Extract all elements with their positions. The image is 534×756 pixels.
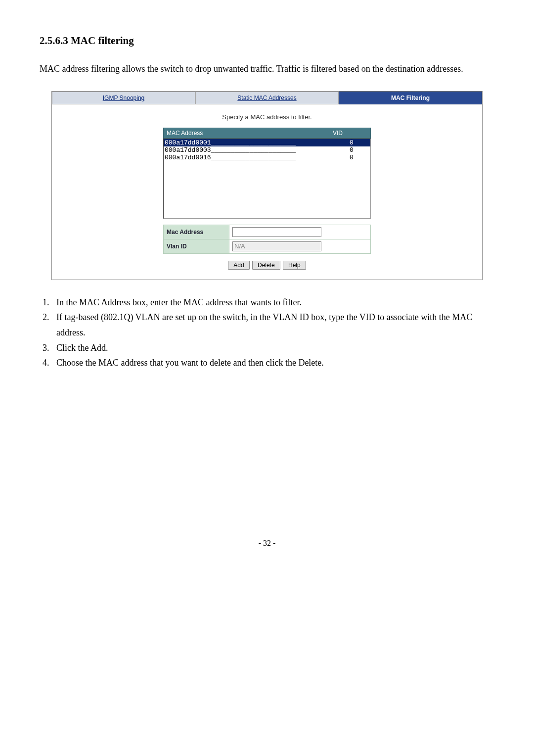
add-button[interactable]: Add — [228, 261, 249, 270]
vlan-id-input[interactable] — [232, 241, 321, 251]
panel-body: Specify a MAC address to filter. MAC Add… — [52, 104, 482, 280]
tab-static-link[interactable]: Static MAC Addresses — [237, 94, 296, 101]
tab-mac-filtering[interactable]: MAC Filtering — [339, 92, 482, 104]
instruction-step: In the MAC Address box, enter the MAC ad… — [51, 295, 494, 310]
tab-igmp-snooping[interactable]: IGMP Snooping — [52, 92, 195, 104]
intro-paragraph: MAC address filtering allows the switch … — [40, 62, 494, 76]
mac-address-label: Mac Address — [164, 225, 229, 239]
mac-listbox[interactable]: 000a17dd0001______________________ 0 000… — [163, 139, 371, 219]
center-block: MAC Address VID 000a17dd0001____________… — [163, 128, 371, 270]
instruction-step: Choose the MAC address that you want to … — [51, 355, 494, 371]
list-item[interactable]: 000a17dd0003______________________ 0 — [164, 146, 370, 154]
instruction-step: Click the Add. — [51, 340, 494, 356]
list-item[interactable]: 000a17dd0016______________________ 0 — [164, 154, 370, 161]
list-item-vid: 0 — [350, 139, 369, 146]
page-number: - 32 - — [40, 539, 494, 548]
tab-igmp-link[interactable]: IGMP Snooping — [103, 94, 145, 101]
instruction-step: If tag-based (802.1Q) VLAN are set up on… — [51, 310, 494, 340]
list-header: MAC Address VID — [163, 128, 371, 139]
form-table: Mac Address Vlan ID — [163, 225, 371, 254]
col-header-mac: MAC Address — [164, 128, 330, 138]
config-panel-screenshot: IGMP Snooping Static MAC Addresses MAC F… — [51, 91, 483, 280]
col-header-vid: VID — [330, 128, 370, 138]
section-heading: 2.5.6.3 MAC filtering — [40, 35, 494, 47]
list-item-vid: 0 — [350, 154, 369, 161]
delete-button[interactable]: Delete — [252, 261, 280, 270]
tab-row: IGMP Snooping Static MAC Addresses MAC F… — [52, 92, 482, 104]
vlan-id-label: Vlan ID — [164, 239, 229, 253]
tab-static-mac[interactable]: Static MAC Addresses — [195, 92, 339, 104]
help-button[interactable]: Help — [283, 261, 306, 270]
list-item-mac: 000a17dd0003______________________ — [165, 146, 350, 154]
panel-subtitle: Specify a MAC address to filter. — [67, 113, 467, 121]
list-item-mac: 000a17dd0016______________________ — [165, 154, 350, 161]
mac-address-input[interactable] — [232, 227, 321, 237]
list-item-vid: 0 — [350, 146, 369, 154]
list-item[interactable]: 000a17dd0001______________________ 0 — [164, 139, 370, 146]
button-row: Add Delete Help — [163, 261, 371, 270]
list-item-mac: 000a17dd0001______________________ — [165, 139, 350, 146]
instructions-list: In the MAC Address box, enter the MAC ad… — [40, 295, 494, 371]
